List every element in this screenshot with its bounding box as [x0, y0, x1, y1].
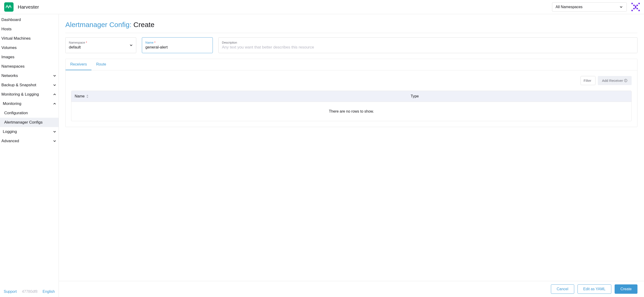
sidebar-nav: DashboardHostsVirtual MachinesVolumesIma… — [0, 14, 58, 146]
sidebar-item-label: Monitoring & Logging — [2, 92, 39, 97]
harvester-logo-icon — [5, 5, 12, 9]
chevron-down-icon — [129, 43, 133, 47]
sidebar-item-logging[interactable]: Logging — [0, 127, 58, 136]
description-field[interactable]: Description — [218, 37, 638, 53]
svg-rect-1 — [638, 3, 640, 4]
table-header: Name Type — [72, 91, 632, 102]
sidebar-item-label: Backup & Snapshot — [2, 83, 36, 87]
svg-rect-3 — [636, 5, 638, 6]
app-layout: DashboardHostsVirtual MachinesVolumesIma… — [0, 14, 644, 297]
app-header: Harvester All Namespaces — [0, 0, 644, 14]
page-title-text: Create — [134, 21, 154, 28]
sidebar-item-advanced[interactable]: Advanced — [0, 136, 58, 146]
sidebar-item-networks[interactable]: Networks — [0, 71, 58, 80]
sidebar: DashboardHostsVirtual MachinesVolumesIma… — [0, 14, 59, 297]
sidebar-item-label: Alertmanager Configs — [4, 120, 42, 125]
sidebar-item-images[interactable]: Images — [0, 52, 58, 62]
table-empty-text: There are no rows to show. — [72, 102, 632, 121]
title-divider — [65, 33, 638, 33]
sidebar-item-monitoring-logging[interactable]: Monitoring & Logging — [0, 90, 58, 99]
tabs-header: Receivers Route — [66, 59, 637, 70]
namespace-field[interactable]: Namespace * default — [65, 37, 136, 53]
sidebar-item-label: Dashboard — [2, 17, 21, 22]
content-area: Alertmanager Config: Create Namespace * … — [59, 14, 644, 281]
header-left: Harvester — [4, 2, 39, 12]
svg-rect-5 — [633, 8, 635, 9]
sidebar-item-backup-snapshot[interactable]: Backup & Snapshot — [0, 80, 58, 90]
name-field[interactable]: Name * — [142, 37, 213, 53]
chevron-down-icon — [52, 83, 57, 87]
sidebar-item-configuration[interactable]: Configuration — [0, 108, 58, 118]
required-marker: * — [154, 41, 156, 44]
svg-point-10 — [626, 80, 626, 80]
receivers-table: Name Type There are no rows to show. — [71, 91, 632, 121]
tab-receivers[interactable]: Receivers — [66, 59, 92, 70]
footer-bar: Cancel Edit as YAML Create — [59, 281, 644, 297]
sidebar-item-virtual-machines[interactable]: Virtual Machines — [0, 34, 58, 43]
column-header-type[interactable]: Type — [408, 91, 632, 102]
sidebar-item-dashboard[interactable]: Dashboard — [0, 15, 58, 24]
svg-rect-7 — [632, 10, 633, 11]
chevron-down-icon — [619, 5, 623, 9]
main-panel: Alertmanager Config: Create Namespace * … — [59, 14, 644, 297]
sidebar-item-label: Virtual Machines — [2, 36, 30, 41]
form-row: Namespace * default Name * — [65, 37, 638, 53]
filter-input[interactable] — [580, 76, 596, 85]
sidebar-item-namespaces[interactable]: Namespaces — [0, 62, 58, 71]
sidebar-item-alertmanager-configs[interactable]: Alertmanager Configs — [0, 118, 58, 127]
required-marker: * — [86, 41, 87, 44]
svg-rect-2 — [633, 5, 635, 6]
namespace-value: default — [69, 45, 133, 50]
sidebar-item-label: Logging — [3, 129, 17, 134]
description-input[interactable] — [222, 45, 634, 50]
tab-route[interactable]: Route — [92, 59, 111, 70]
sidebar-item-label: Namespaces — [2, 64, 24, 69]
add-receiver-button[interactable]: Add Receiver — [598, 76, 632, 85]
tabs-container: Receivers Route Add Receiver — [65, 59, 638, 127]
sidebar-item-label: Hosts — [2, 27, 12, 31]
add-receiver-label: Add Receiver — [602, 79, 623, 82]
brand-name: Harvester — [18, 4, 39, 10]
svg-rect-6 — [636, 8, 638, 9]
svg-rect-8 — [638, 10, 640, 11]
chevron-down-icon — [52, 74, 57, 78]
info-icon — [624, 79, 628, 82]
create-button[interactable]: Create — [614, 285, 638, 294]
namespace-label: Namespace * — [69, 41, 133, 44]
support-link[interactable]: Support — [4, 290, 17, 294]
sidebar-item-label: Volumes — [2, 45, 16, 50]
namespace-selector[interactable]: All Namespaces — [552, 2, 627, 12]
name-input[interactable] — [145, 45, 209, 50]
sidebar-footer: Support 47780df8 English — [0, 287, 58, 297]
cancel-button[interactable]: Cancel — [551, 285, 574, 294]
chevron-up-icon — [52, 102, 57, 106]
sidebar-item-label: Advanced — [2, 139, 19, 143]
tab-body: Add Receiver Name — [66, 70, 637, 127]
sidebar-item-monitoring[interactable]: Monitoring — [0, 99, 58, 108]
header-right: All Namespaces — [552, 2, 640, 12]
receivers-toolbar: Add Receiver — [71, 76, 632, 85]
language-link[interactable]: English — [43, 290, 55, 294]
edit-yaml-button[interactable]: Edit as YAML — [578, 285, 611, 294]
svg-rect-11 — [626, 80, 626, 82]
description-label: Description — [222, 41, 634, 44]
namespace-selector-value: All Namespaces — [556, 5, 583, 9]
chevron-up-icon — [52, 92, 57, 96]
svg-rect-0 — [632, 3, 633, 4]
svg-rect-4 — [635, 5, 636, 8]
chevron-down-icon — [52, 139, 57, 143]
sidebar-item-label: Monitoring — [3, 101, 21, 106]
sidebar-item-label: Configuration — [4, 111, 28, 115]
column-header-name[interactable]: Name — [72, 91, 408, 102]
sort-icon — [86, 95, 89, 98]
chevron-down-icon — [52, 130, 57, 134]
version-hash: 47780df8 — [22, 290, 38, 294]
app-logo[interactable] — [4, 2, 14, 12]
breadcrumb-link[interactable]: Alertmanager Config: — [65, 21, 131, 28]
user-avatar-icon[interactable] — [632, 3, 640, 11]
page-title: Alertmanager Config: Create — [65, 21, 638, 29]
sidebar-item-volumes[interactable]: Volumes — [0, 43, 58, 52]
name-label: Name * — [145, 41, 209, 44]
sidebar-item-label: Images — [2, 55, 14, 59]
sidebar-item-hosts[interactable]: Hosts — [0, 24, 58, 34]
